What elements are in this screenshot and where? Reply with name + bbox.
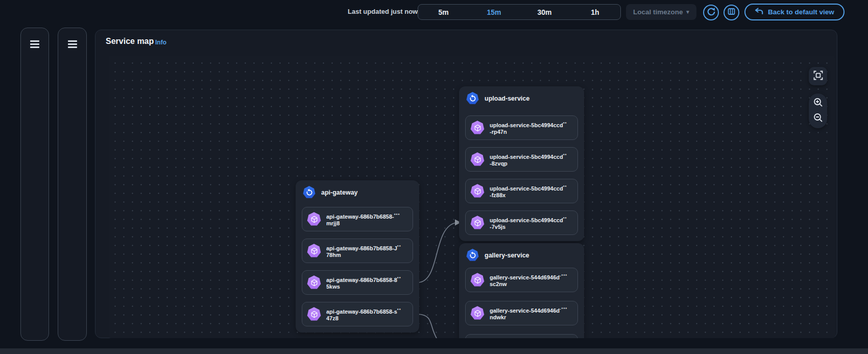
pod-node[interactable]: api-gateway-686b7b6858-8**5kws	[302, 270, 413, 295]
hamburger-menu-icon[interactable]	[68, 40, 77, 50]
pod-name: upload-service-5bc4994ccd**-7v5js	[490, 215, 567, 230]
zoom-in-icon	[813, 98, 823, 109]
fit-to-screen-button[interactable]	[809, 67, 827, 85]
map-icon	[728, 8, 735, 17]
zoom-out-button[interactable]	[812, 113, 824, 124]
pod-node[interactable]: upload-service-5bc4994ccd**-fz88x	[465, 179, 578, 203]
refresh-button[interactable]	[703, 5, 719, 20]
k8s-pod-icon	[470, 215, 485, 230]
collapsed-sidebar-2	[58, 28, 87, 341]
zoom-controls	[809, 93, 827, 128]
service-node-upload-service[interactable]: upload-service	[466, 91, 529, 105]
k8s-pod-icon	[470, 183, 485, 199]
time-range-15m[interactable]: 15m	[469, 5, 519, 19]
k8s-pod-icon	[306, 275, 322, 290]
k8s-pod-icon	[470, 120, 485, 135]
pod-name: gallery-service-544d6946d-***sc2nw	[490, 272, 567, 288]
back-to-default-view-button[interactable]: Back to default view	[744, 4, 845, 20]
pod-node[interactable]: upload-service-5bc4994ccd**-7v5js	[465, 210, 578, 235]
info-link[interactable]: Info	[155, 39, 166, 46]
k8s-pod-icon	[470, 272, 485, 288]
k8s-pod-icon	[470, 152, 485, 167]
pod-name: upload-service-5bc4994ccd**-8zvqp	[490, 152, 567, 167]
collapsed-sidebar-1	[20, 28, 49, 341]
pod-name: api-gateway-686b7b6858-J**78hm	[326, 243, 401, 258]
k8s-deployment-icon	[302, 185, 316, 199]
pod-node[interactable]: api-gateway-686b7b6858-***mrjj8	[302, 207, 413, 231]
k8s-deployment-icon	[466, 91, 479, 105]
service-group-name: gallery-service	[485, 252, 529, 259]
page-title: Service map	[106, 37, 154, 46]
k8s-pod-icon	[306, 211, 322, 227]
time-range-5m[interactable]: 5m	[418, 5, 469, 19]
undo-arrow-icon	[755, 8, 763, 16]
service-group-name: api-gateway	[321, 189, 358, 196]
map-view-button[interactable]	[724, 5, 739, 20]
timezone-select-value: Local timezone	[633, 8, 683, 16]
service-group-gallery-service: gallery-service gallery-service-544d6946…	[459, 243, 584, 338]
pod-name: gallery-service-544d6946d-***ndwkr	[490, 305, 567, 321]
chevron-down-icon: ▼	[685, 9, 690, 15]
service-group-api-gateway: api-gateway api-gateway-686b7b6858-***mr…	[296, 180, 419, 333]
bottom-strip	[0, 348, 868, 354]
pod-name: upload-service-5bc4994ccd**-rp47n	[490, 120, 567, 135]
zoom-in-button[interactable]	[812, 98, 824, 109]
zoom-out-icon	[813, 113, 823, 125]
pod-node[interactable]: api-gateway-686b7b6858-s**47z8	[302, 302, 413, 326]
service-map-canvas[interactable]: api-gateway api-gateway-686b7b6858-***mr…	[109, 56, 835, 338]
time-range-30m[interactable]: 30m	[519, 5, 570, 19]
refresh-icon	[707, 7, 716, 18]
pod-name: api-gateway-686b7b6858-s**47z8	[326, 306, 401, 322]
service-node-api-gateway[interactable]: api-gateway	[302, 185, 358, 199]
last-updated-text: Last updated just now	[348, 8, 418, 15]
k8s-pod-icon	[470, 305, 485, 321]
back-to-default-view-label: Back to default view	[768, 8, 834, 16]
pod-node[interactable]: upload-service-5bc4994ccd**-rp47n	[465, 115, 578, 140]
pod-name: upload-service-5bc4994ccd**-fz88x	[490, 183, 567, 199]
timezone-select[interactable]: Local timezone ▼	[626, 4, 696, 20]
k8s-pod-icon	[306, 306, 322, 322]
fit-to-screen-icon	[813, 70, 823, 82]
service-group-name: upload-service	[485, 95, 529, 102]
pod-node[interactable]: upload-service-5bc4994ccd**-8zvqp	[465, 147, 578, 172]
pod-node[interactable]: gallery-service-544d6946d-***	[465, 334, 578, 338]
pod-node[interactable]: gallery-service-544d6946d-***sc2nw	[465, 268, 578, 292]
time-range-segmented-control: 5m 15m 30m 1h	[418, 4, 621, 20]
k8s-pod-icon	[306, 243, 322, 258]
hamburger-menu-icon[interactable]	[30, 40, 39, 50]
pod-node[interactable]: api-gateway-686b7b6858-J**78hm	[302, 239, 413, 263]
pod-name: api-gateway-686b7b6858-8**5kws	[326, 275, 401, 290]
pod-name: api-gateway-686b7b6858-***mrjj8	[326, 211, 400, 227]
service-group-upload-service: upload-service upload-service-5bc4994ccd…	[459, 86, 584, 241]
service-map-panel: Service map Info api-gateway api-gateway…	[95, 30, 837, 338]
k8s-deployment-icon	[466, 248, 479, 262]
service-node-gallery-service[interactable]: gallery-service	[466, 248, 529, 262]
time-range-1h[interactable]: 1h	[570, 5, 620, 19]
pod-node[interactable]: gallery-service-544d6946d-***ndwkr	[465, 301, 578, 325]
